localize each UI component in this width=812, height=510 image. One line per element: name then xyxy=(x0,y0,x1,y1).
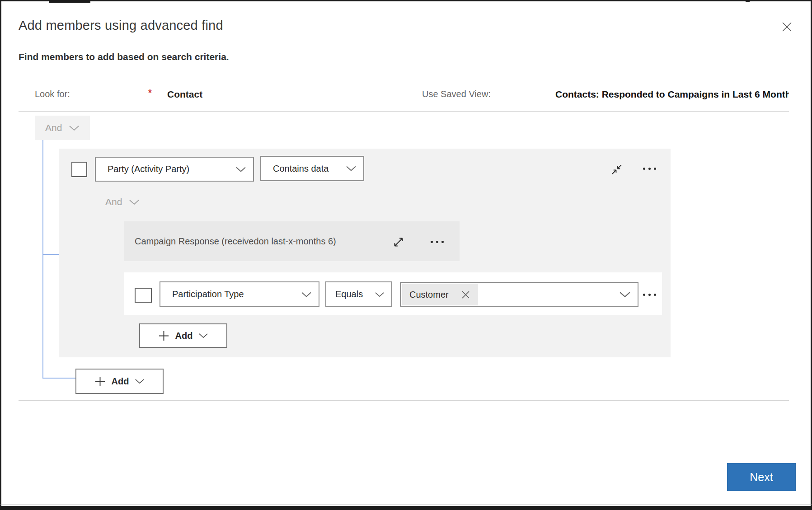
chevron-down-icon xyxy=(375,292,385,297)
add-members-dialog: Add members using advanced find Find mem… xyxy=(0,0,812,510)
footer-divider xyxy=(19,400,789,401)
saved-view-label: Use Saved View: xyxy=(422,89,491,99)
condition-row: Participation Type Equals Customer xyxy=(124,272,662,315)
header-divider xyxy=(19,111,789,112)
root-operator-label: And xyxy=(45,122,62,133)
group-row-checkbox[interactable] xyxy=(71,162,87,177)
plus-icon xyxy=(94,376,106,387)
chevron-down-icon xyxy=(235,166,246,172)
look-for-label: Look for: xyxy=(35,89,70,99)
chevron-down-icon xyxy=(135,379,145,384)
sub-operator-dropdown[interactable]: And xyxy=(102,192,151,212)
saved-view-value[interactable]: Contacts: Responded to Campaigns in Last… xyxy=(555,89,789,100)
chevron-down-icon xyxy=(129,199,140,205)
close-icon xyxy=(781,21,793,33)
window-border-top xyxy=(0,0,812,1)
collapse-group-button[interactable] xyxy=(609,162,624,177)
window-border-bottom-line xyxy=(0,505,812,505)
condition-more-options-button[interactable] xyxy=(643,294,656,296)
dialog-title: Add members using advanced find xyxy=(19,18,223,33)
look-for-value[interactable]: Contact xyxy=(167,89,202,100)
condition-field-select[interactable]: Participation Type xyxy=(160,281,319,307)
chevron-down-icon xyxy=(198,333,208,338)
connector-root-to-add xyxy=(42,378,75,379)
group-add-button[interactable]: Add xyxy=(139,323,227,348)
related-row-more-options-button[interactable] xyxy=(431,241,444,243)
more-options-icon xyxy=(643,294,645,296)
condition-operator-select-value: Equals xyxy=(335,289,363,299)
chevron-down-icon xyxy=(69,125,80,131)
group-more-options-button[interactable] xyxy=(643,168,656,170)
group-add-button-label: Add xyxy=(175,331,193,341)
chevron-down-icon[interactable] xyxy=(619,291,631,298)
related-entity-label: Campaign Response (receivedon last-x-mon… xyxy=(124,236,336,247)
next-button[interactable]: Next xyxy=(727,463,796,491)
condition-operator-select[interactable]: Equals xyxy=(325,281,392,307)
root-add-button-label: Add xyxy=(112,376,129,387)
value-tag: Customer xyxy=(402,284,478,305)
condition-checkbox[interactable] xyxy=(135,288,152,303)
sub-operator-label: And xyxy=(105,197,122,207)
dialog-subtitle: Find members to add based on search crit… xyxy=(19,51,229,62)
collapse-icon xyxy=(610,162,624,177)
group-field-select[interactable]: Party (Activity Party) xyxy=(95,157,254,182)
group-operator-select[interactable]: Contains data xyxy=(260,156,364,181)
chevron-down-icon xyxy=(346,166,357,172)
group-field-select-value: Party (Activity Party) xyxy=(108,164,189,174)
connector-root-to-group xyxy=(42,254,59,255)
window-border-left xyxy=(0,0,1,510)
value-tag-label: Customer xyxy=(409,290,449,300)
window-border-top-notch-2 xyxy=(746,0,750,2)
more-options-icon xyxy=(431,241,433,243)
connector-root-vertical xyxy=(42,140,43,379)
expand-related-row-button[interactable] xyxy=(390,234,407,250)
window-border-bottom xyxy=(0,506,812,510)
root-operator-dropdown[interactable]: And xyxy=(35,116,90,140)
required-marker: * xyxy=(148,88,152,98)
close-button[interactable] xyxy=(778,18,795,35)
related-entity-row[interactable]: Campaign Response (receivedon last-x-mon… xyxy=(124,221,460,261)
window-border-top-notch xyxy=(49,0,90,3)
chevron-down-icon xyxy=(301,291,312,297)
condition-value-combobox[interactable]: Customer xyxy=(400,282,638,307)
remove-value-icon[interactable] xyxy=(461,290,470,299)
group-operator-select-value: Contains data xyxy=(273,164,329,174)
plus-icon xyxy=(158,330,169,342)
root-add-button[interactable]: Add xyxy=(75,369,164,394)
expand-icon xyxy=(391,234,406,250)
more-options-icon xyxy=(643,168,645,170)
condition-field-select-value: Participation Type xyxy=(172,289,244,299)
